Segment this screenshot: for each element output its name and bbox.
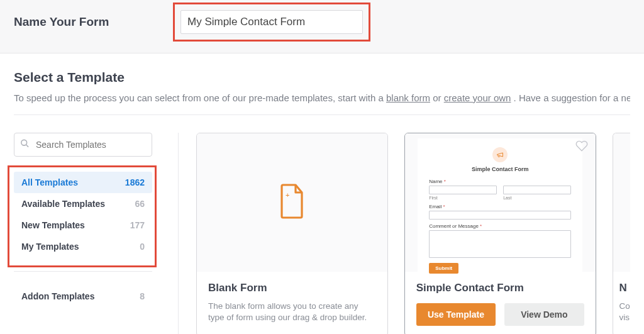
mini-submit-button: Submit xyxy=(429,263,458,274)
category-count: 1862 xyxy=(125,177,145,187)
mini-form-preview: Simple Contact Form Name * First Last Em… xyxy=(418,138,582,282)
category-label: All Templates xyxy=(21,177,78,187)
category-group-main: All Templates 1862 Available Templates 6… xyxy=(14,168,164,264)
category-all-templates[interactable]: All Templates 1862 xyxy=(14,172,152,193)
template-card-next[interactable]: N Co vis xyxy=(613,133,630,334)
mini-caption-last: Last xyxy=(503,196,571,200)
section-subtitle: To speed up the process you can select f… xyxy=(14,92,630,103)
category-label: New Templates xyxy=(21,220,85,230)
section-title: Select a Template xyxy=(14,70,630,85)
mini-textarea-comment xyxy=(429,230,571,258)
category-available-templates[interactable]: Available Templates 66 xyxy=(14,193,152,214)
name-form-label: Name Your Form xyxy=(14,15,180,29)
mini-input-first xyxy=(429,186,497,194)
template-preview xyxy=(613,133,630,272)
template-card-blank[interactable]: + Blank Form The blank form allows you t… xyxy=(196,133,388,334)
blank-form-link[interactable]: blank form xyxy=(386,92,430,103)
mini-caption-first: First xyxy=(429,196,497,200)
template-sidebar: All Templates 1862 Available Templates 6… xyxy=(14,133,179,334)
search-input[interactable] xyxy=(14,133,152,157)
template-preview: + xyxy=(197,133,387,272)
card-title: Blank Form xyxy=(208,282,376,294)
card-description: The blank form allows you to create any … xyxy=(208,301,376,323)
subtitle-text-mid: or xyxy=(433,92,444,103)
mini-label-comment: Comment or Message * xyxy=(429,223,571,229)
template-preview: Simple Contact Form Name * First Last Em… xyxy=(405,133,596,272)
category-addon-templates[interactable]: Addon Templates 8 xyxy=(14,286,152,307)
file-icon-sparkle: + xyxy=(286,191,289,199)
file-icon xyxy=(277,182,307,223)
subtitle-text-pre: To speed up the process you can select f… xyxy=(14,92,386,103)
mini-form-title: Simple Contact Form xyxy=(429,166,571,172)
sidebar-divider xyxy=(14,271,152,272)
template-gallery: + Blank Form The blank form allows you t… xyxy=(179,133,630,334)
card-description: Co vis xyxy=(619,301,628,323)
category-count: 0 xyxy=(140,242,145,252)
megaphone-icon xyxy=(492,147,508,162)
card-title: N xyxy=(619,282,628,294)
category-new-templates[interactable]: New Templates 177 xyxy=(14,214,152,236)
category-count: 177 xyxy=(130,220,145,230)
heart-icon[interactable] xyxy=(575,140,588,155)
mini-label-email: Email * xyxy=(429,204,571,209)
view-demo-button[interactable]: View Demo xyxy=(504,303,584,326)
mini-input-email xyxy=(429,211,571,220)
category-count: 8 xyxy=(140,291,145,301)
mini-label-name: Name * xyxy=(429,179,571,184)
category-count: 66 xyxy=(135,199,145,209)
mini-input-last xyxy=(503,186,571,194)
card-title: Simple Contact Form xyxy=(416,282,584,294)
category-label: Available Templates xyxy=(21,199,105,209)
create-your-own-link[interactable]: create your own xyxy=(444,92,511,103)
category-label: My Templates xyxy=(21,242,79,252)
use-template-button[interactable]: Use Template xyxy=(416,303,496,326)
subtitle-text-after: . Have a suggestion for a new template? xyxy=(514,92,630,103)
form-name-input[interactable] xyxy=(180,10,363,34)
template-card-simple-contact[interactable]: Simple Contact Form Name * First Last Em… xyxy=(404,133,596,334)
category-label: Addon Templates xyxy=(21,291,94,301)
category-my-templates[interactable]: My Templates 0 xyxy=(14,236,152,257)
